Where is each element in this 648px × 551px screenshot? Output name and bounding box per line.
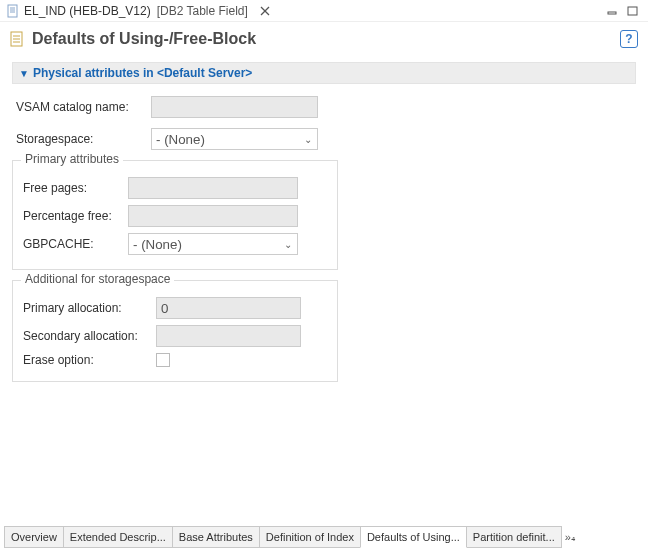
percentage-free-label: Percentage free: — [23, 209, 128, 223]
page-title: Defaults of Using-/Free-Block — [32, 30, 620, 48]
storagespace-label: Storagespace: — [16, 132, 151, 146]
erase-option-checkbox[interactable] — [156, 353, 170, 367]
content-area: ▼ Physical attributes in <Default Server… — [0, 52, 648, 527]
editor-subtitle: [DB2 Table Field] — [157, 4, 248, 18]
tab-definition-of-index[interactable]: Definition of Index — [259, 526, 361, 548]
storagespace-row: Storagespace: ⌄ — [16, 128, 632, 150]
erase-option-label: Erase option: — [23, 353, 156, 367]
tab-overflow-button[interactable]: »₄ — [561, 526, 579, 548]
section-header[interactable]: ▼ Physical attributes in <Default Server… — [12, 62, 636, 84]
svg-rect-0 — [8, 5, 17, 17]
tab-partition-definition[interactable]: Partition definit... — [466, 526, 562, 548]
free-pages-row: Free pages: — [23, 177, 327, 199]
editor-title: EL_IND (HEB-DB_V12) — [24, 4, 151, 18]
page-header: Defaults of Using-/Free-Block ? — [0, 22, 648, 54]
gbpcache-select[interactable] — [128, 233, 298, 255]
primary-attributes-group: Primary attributes Free pages: Percentag… — [12, 160, 338, 270]
close-editor-button[interactable] — [260, 4, 270, 18]
erase-option-row: Erase option: — [23, 353, 327, 367]
vsam-catalog-row: VSAM catalog name: — [16, 96, 632, 118]
minimize-button[interactable] — [604, 3, 622, 19]
percentage-free-input[interactable] — [128, 205, 298, 227]
tab-defaults-of-using[interactable]: Defaults of Using... — [360, 526, 467, 548]
vsam-catalog-label: VSAM catalog name: — [16, 100, 151, 114]
document-icon — [6, 4, 20, 18]
vsam-catalog-input[interactable] — [151, 96, 318, 118]
additional-storagespace-group: Additional for storagespace Primary allo… — [12, 280, 338, 382]
collapse-icon[interactable]: ▼ — [19, 68, 29, 79]
svg-rect-6 — [608, 12, 616, 14]
editor-title-bar: EL_IND (HEB-DB_V12) [DB2 Table Field] — [0, 0, 648, 22]
primary-allocation-row: Primary allocation: — [23, 297, 327, 319]
secondary-allocation-label: Secondary allocation: — [23, 329, 156, 343]
svg-rect-7 — [628, 7, 637, 15]
storagespace-select[interactable] — [151, 128, 318, 150]
primary-allocation-label: Primary allocation: — [23, 301, 156, 315]
free-pages-input[interactable] — [128, 177, 298, 199]
tab-bar: Overview Extended Descrip... Base Attrib… — [4, 526, 644, 548]
help-button[interactable]: ? — [620, 30, 638, 48]
secondary-allocation-row: Secondary allocation: — [23, 325, 327, 347]
primary-allocation-input[interactable] — [156, 297, 301, 319]
tab-base-attributes[interactable]: Base Attributes — [172, 526, 260, 548]
secondary-allocation-input[interactable] — [156, 325, 301, 347]
additional-storagespace-title: Additional for storagespace — [21, 272, 174, 286]
section-title[interactable]: Physical attributes in <Default Server> — [33, 66, 252, 80]
page-icon — [10, 31, 26, 47]
free-pages-label: Free pages: — [23, 181, 128, 195]
gbpcache-label: GBPCACHE: — [23, 237, 128, 251]
tab-extended-description[interactable]: Extended Descrip... — [63, 526, 173, 548]
percentage-free-row: Percentage free: — [23, 205, 327, 227]
gbpcache-row: GBPCACHE: ⌄ — [23, 233, 327, 255]
maximize-button[interactable] — [624, 3, 642, 19]
tab-overview[interactable]: Overview — [4, 526, 64, 548]
primary-attributes-title: Primary attributes — [21, 152, 123, 166]
